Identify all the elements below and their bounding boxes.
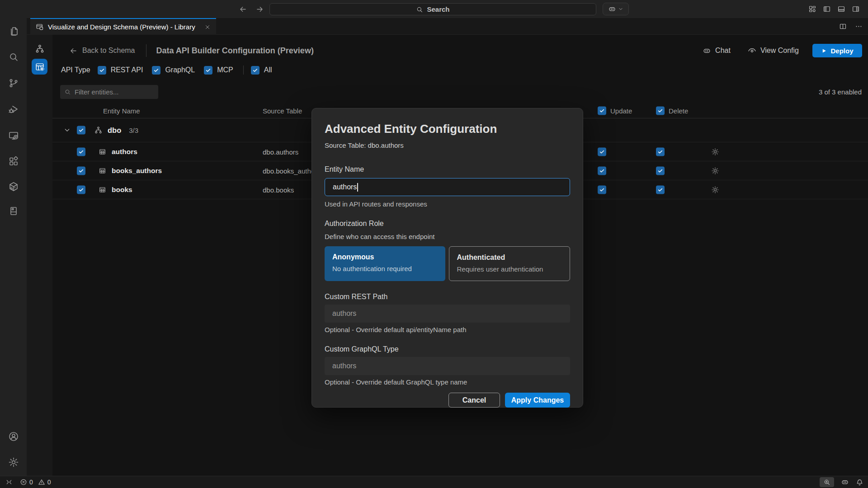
designer-rail xyxy=(27,35,52,476)
sidebar-item-database-projects[interactable] xyxy=(0,200,27,222)
toggle-sidebar-icon[interactable] xyxy=(823,5,831,13)
source-table-column-header: Source Table xyxy=(263,107,302,114)
authenticated-role-card[interactable]: Authenticated Requires user authenticati… xyxy=(449,246,571,281)
modal-source-table: Source Table: dbo.authors xyxy=(325,141,570,149)
remote-indicator-icon[interactable] xyxy=(5,479,13,486)
table-icon xyxy=(99,186,106,193)
schema-designer-icon xyxy=(36,23,44,31)
error-icon xyxy=(20,479,27,486)
entity-name: authors xyxy=(112,148,137,156)
row-select-checkbox[interactable] xyxy=(77,185,85,194)
entity-name: books xyxy=(112,186,132,194)
row-select-checkbox[interactable] xyxy=(77,147,85,156)
sidebar-item-containers[interactable] xyxy=(0,176,27,197)
chat-button[interactable]: Chat xyxy=(703,47,731,55)
rest-path-input[interactable] xyxy=(325,305,570,323)
tab-bar: Visualize and Design Schema (Preview) - … xyxy=(27,18,868,35)
api-type-filter-bar: API Type REST API GraphQL MCP All xyxy=(61,63,281,77)
accounts-icon[interactable] xyxy=(0,426,27,447)
entity-name: books_authors xyxy=(112,167,162,175)
delete-checkbox[interactable] xyxy=(656,185,665,194)
delete-checkbox[interactable] xyxy=(656,147,665,156)
entity-settings-gear-icon[interactable] xyxy=(711,186,719,194)
graphql-filter[interactable]: GraphQL xyxy=(152,66,195,75)
zoom-indicator[interactable] xyxy=(820,477,834,487)
copilot-status-icon[interactable] xyxy=(841,478,849,486)
toggle-panel-icon[interactable] xyxy=(837,5,845,13)
filter-entities-input[interactable] xyxy=(60,85,158,99)
command-center-search[interactable]: Search xyxy=(269,3,596,15)
anonymous-role-card[interactable]: Anonymous No authentication required xyxy=(325,246,445,281)
toggle-secondary-sidebar-icon[interactable] xyxy=(852,5,860,13)
cancel-button[interactable]: Cancel xyxy=(448,393,500,408)
advanced-entity-config-modal: Advanced Entity Configuration Source Tab… xyxy=(311,108,583,408)
collapse-chevron-icon[interactable] xyxy=(63,127,71,134)
graphql-type-label: Custom GraphQL Type xyxy=(325,345,570,353)
update-column-header: Update xyxy=(598,106,632,115)
api-builder-view-button[interactable] xyxy=(32,59,47,75)
all-filter[interactable]: All xyxy=(251,66,272,75)
source-table: dbo.books xyxy=(263,186,294,193)
update-all-checkbox[interactable] xyxy=(598,106,606,115)
warning-count: 0 xyxy=(47,479,51,486)
entity-settings-gear-icon[interactable] xyxy=(711,148,719,156)
nav-forward-icon[interactable] xyxy=(255,5,264,14)
close-tab-icon[interactable] xyxy=(204,24,211,30)
title-bar: Search xyxy=(0,0,868,18)
nav-back-icon[interactable] xyxy=(239,5,247,14)
eye-icon xyxy=(748,47,756,55)
more-actions-icon[interactable] xyxy=(855,23,863,30)
update-checkbox[interactable] xyxy=(598,185,606,194)
sidebar-item-source-control[interactable] xyxy=(0,72,27,94)
all-checkbox[interactable] xyxy=(251,66,259,75)
group-name: dbo xyxy=(108,126,121,135)
view-config-button[interactable]: View Config xyxy=(748,47,799,55)
rest-path-label: Custom REST Path xyxy=(325,293,570,301)
status-bar: 0 0 xyxy=(0,476,868,488)
tab-visualize-design-schema[interactable]: Visualize and Design Schema (Preview) - … xyxy=(30,18,216,35)
apply-changes-button[interactable]: Apply Changes xyxy=(505,393,570,408)
mcp-filter[interactable]: MCP xyxy=(204,66,233,75)
error-count: 0 xyxy=(29,479,33,486)
schema-diagram-view-button[interactable] xyxy=(32,41,47,56)
row-select-checkbox[interactable] xyxy=(77,166,85,175)
header-divider xyxy=(146,44,146,57)
rest-api-checkbox[interactable] xyxy=(98,66,106,75)
customize-layout-icon[interactable] xyxy=(808,5,816,13)
graphql-type-help: Optional - Override default GraphQL type… xyxy=(325,378,570,386)
group-count: 3/3 xyxy=(129,127,138,134)
sidebar-item-search[interactable] xyxy=(0,46,27,68)
sidebar-item-explorer[interactable] xyxy=(0,20,27,42)
mcp-checkbox[interactable] xyxy=(204,66,212,75)
delete-column-header: Delete xyxy=(656,106,688,115)
table-icon xyxy=(99,148,106,155)
delete-checkbox[interactable] xyxy=(656,166,665,175)
text-caret xyxy=(357,183,358,192)
sidebar-item-remote-explorer[interactable] xyxy=(0,125,27,146)
manage-gear-icon[interactable] xyxy=(0,451,27,473)
graphql-checkbox[interactable] xyxy=(152,66,160,75)
entity-name-label: Entity Name xyxy=(325,165,570,174)
copilot-icon xyxy=(703,47,711,55)
delete-all-checkbox[interactable] xyxy=(656,106,665,115)
split-editor-icon[interactable] xyxy=(839,23,847,30)
entity-name-input[interactable]: authors xyxy=(325,178,570,196)
notifications-bell-icon[interactable] xyxy=(856,479,863,486)
problems-indicator[interactable]: 0 0 xyxy=(20,479,51,486)
graphql-type-input[interactable] xyxy=(325,357,570,375)
search-label: Search xyxy=(427,5,449,13)
play-icon xyxy=(821,48,827,54)
api-type-label: API Type xyxy=(61,66,90,74)
arrow-left-icon xyxy=(69,47,78,55)
rest-path-help: Optional - Override default api/entityNa… xyxy=(325,326,570,333)
back-to-schema-link[interactable]: Back to Schema xyxy=(69,47,135,55)
sidebar-item-extensions[interactable] xyxy=(0,150,27,172)
deploy-button[interactable]: Deploy xyxy=(812,44,862,57)
sidebar-item-run-debug[interactable] xyxy=(0,99,27,120)
group-select-checkbox[interactable] xyxy=(77,126,85,135)
copilot-menu-button[interactable] xyxy=(603,3,629,15)
update-checkbox[interactable] xyxy=(598,147,606,156)
entity-settings-gear-icon[interactable] xyxy=(711,167,719,175)
rest-api-filter[interactable]: REST API xyxy=(98,66,143,75)
update-checkbox[interactable] xyxy=(598,166,606,175)
